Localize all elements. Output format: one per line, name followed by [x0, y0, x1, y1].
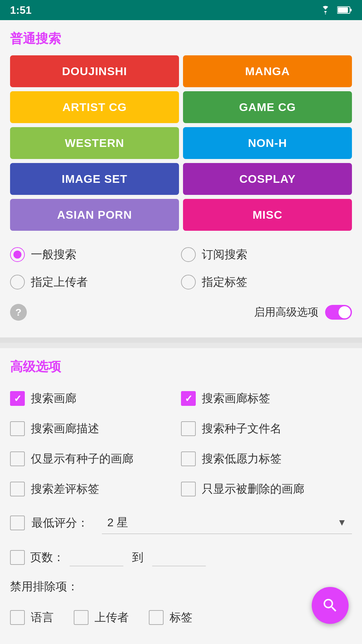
page-to-input[interactable]: [152, 549, 206, 566]
general-search-radio[interactable]: 一般搜索: [10, 247, 181, 262]
general-search-label: 一般搜索: [31, 247, 76, 262]
battery-icon: [337, 6, 352, 14]
category-buttons-grid: DOUJINSHI MANGA ARTIST CG GAME CG WESTER…: [10, 55, 352, 231]
search-bad-tags-item: 搜索差评标签: [10, 474, 181, 504]
help-icon[interactable]: ?: [10, 304, 27, 321]
exclude-tag-label: 标签: [170, 610, 192, 625]
advanced-toggle-switch[interactable]: [325, 305, 352, 320]
search-low-power-label: 搜索低愿力标签: [202, 451, 282, 467]
svg-rect-2: [350, 9, 352, 11]
only-torrent-item: 仅显示有种子的画廊: [10, 444, 181, 474]
search-gallery-checkbox[interactable]: [10, 391, 25, 406]
search-gallery-tag-item: 搜索画廊标签: [181, 383, 352, 414]
search-torrent-item: 搜索种子文件名: [181, 414, 352, 444]
specify-tag-radio-circle[interactable]: [181, 275, 196, 289]
checkboxes-grid: 搜索画廊 搜索画廊标签 搜索画廊描述 搜索种子文件名 仅显示有种子的画廊 搜索低…: [10, 383, 352, 504]
normal-search-title: 普通搜索: [10, 30, 352, 47]
search-gallery-label: 搜索画廊: [31, 391, 76, 406]
asian-porn-button[interactable]: ASIAN PORN: [10, 199, 179, 231]
specify-uploader-radio-circle[interactable]: [10, 275, 25, 289]
only-torrent-label: 仅显示有种子的画廊: [31, 451, 133, 467]
doujinshi-button[interactable]: DOUJINSHI: [10, 55, 179, 87]
page-separator: 到: [132, 550, 143, 565]
cosplay-button[interactable]: COSPLAY: [183, 163, 352, 195]
wifi-icon: [319, 5, 332, 15]
show-deleted-item: 只显示被删除的画廊: [181, 474, 352, 504]
exclude-uploader-item: 上传者: [74, 602, 129, 633]
search-gallery-tag-checkbox[interactable]: [181, 391, 196, 406]
advanced-options-title: 高级选项: [10, 358, 352, 375]
advanced-toggle-label: 启用高级选项: [254, 305, 318, 320]
image-set-button[interactable]: IMAGE SET: [10, 163, 179, 195]
game-cg-button[interactable]: GAME CG: [183, 91, 352, 123]
specify-tag-label: 指定标签: [202, 274, 247, 290]
exclude-uploader-checkbox[interactable]: [74, 610, 88, 625]
normal-search-card: 普通搜索 DOUJINSHI MANGA ARTIST CG GAME CG W…: [0, 20, 362, 337]
search-bad-tags-label: 搜索差评标签: [31, 481, 99, 497]
subscription-search-label: 订阅搜索: [202, 247, 247, 262]
exclude-checkboxes-row: 语言 上传者 标签: [10, 597, 352, 638]
dropdown-arrow-icon: ▼: [337, 517, 347, 528]
exclude-tag-checkbox[interactable]: [149, 610, 164, 625]
status-icons: [319, 5, 352, 15]
specify-uploader-label: 指定上传者: [31, 274, 88, 290]
artist-cg-button[interactable]: ARTIST CG: [10, 91, 179, 123]
exclude-tag-item: 标签: [149, 602, 192, 633]
exclude-language-item: 语言: [10, 602, 54, 633]
time-display: 1:51: [10, 4, 32, 16]
search-fab[interactable]: [312, 587, 349, 624]
advanced-options-card: 高级选项 搜索画廊 搜索画廊标签 搜索画廊描述 搜索种子文件名 仅显示有种子的画…: [0, 348, 362, 644]
radio-row-2: 指定上传者 指定标签: [10, 268, 352, 296]
page-from-input[interactable]: [70, 549, 123, 566]
advanced-toggle-group: 启用高级选项: [254, 305, 352, 320]
min-rating-checkbox[interactable]: [10, 516, 25, 530]
page-range-row: 页数： 到: [10, 541, 352, 574]
page-range-checkbox[interactable]: [10, 550, 25, 565]
page-range-label: 页数：: [30, 550, 64, 565]
advanced-toggle-row: ? 启用高级选项: [10, 296, 352, 324]
search-bad-tags-checkbox[interactable]: [10, 482, 25, 496]
search-icon: [321, 597, 339, 614]
min-rating-label: 最低评分：: [32, 515, 88, 531]
search-torrent-checkbox[interactable]: [181, 421, 196, 436]
search-low-power-item: 搜索低愿力标签: [181, 444, 352, 474]
general-search-radio-circle[interactable]: [10, 247, 25, 262]
non-h-button[interactable]: NON-H: [183, 127, 352, 159]
svg-rect-1: [338, 7, 348, 13]
search-gallery-desc-item: 搜索画廊描述: [10, 414, 181, 444]
subscription-search-radio[interactable]: 订阅搜索: [181, 247, 352, 262]
exclude-uploader-label: 上传者: [95, 610, 129, 625]
exclude-language-label: 语言: [31, 610, 54, 625]
only-torrent-checkbox[interactable]: [10, 451, 25, 466]
exclude-label: 禁用排除项：: [10, 574, 352, 597]
min-rating-row: 最低评分： 2 星 ▼: [10, 504, 352, 541]
radio-group: 一般搜索 订阅搜索 指定上传者 指定标签: [10, 241, 352, 296]
search-torrent-label: 搜索种子文件名: [202, 421, 282, 436]
search-gallery-desc-label: 搜索画廊描述: [31, 421, 99, 436]
subscription-search-radio-circle[interactable]: [181, 247, 196, 262]
search-gallery-tag-label: 搜索画廊标签: [202, 391, 270, 406]
rating-value: 2 星: [107, 515, 128, 530]
specify-uploader-radio[interactable]: 指定上传者: [10, 274, 181, 290]
search-low-power-checkbox[interactable]: [181, 451, 196, 466]
rating-dropdown[interactable]: 2 星 ▼: [102, 512, 352, 534]
radio-row-1: 一般搜索 订阅搜索: [10, 241, 352, 268]
western-button[interactable]: WESTERN: [10, 127, 179, 159]
search-gallery-item: 搜索画廊: [10, 383, 181, 414]
exclude-language-checkbox[interactable]: [10, 610, 25, 625]
manga-button[interactable]: MANGA: [183, 55, 352, 87]
search-gallery-desc-checkbox[interactable]: [10, 421, 25, 436]
show-deleted-label: 只显示被删除的画廊: [202, 481, 304, 497]
misc-button[interactable]: MISC: [183, 199, 352, 231]
specify-tag-radio[interactable]: 指定标签: [181, 274, 352, 290]
show-deleted-checkbox[interactable]: [181, 482, 196, 496]
status-bar: 1:51: [0, 0, 362, 20]
section-divider: [0, 337, 362, 343]
